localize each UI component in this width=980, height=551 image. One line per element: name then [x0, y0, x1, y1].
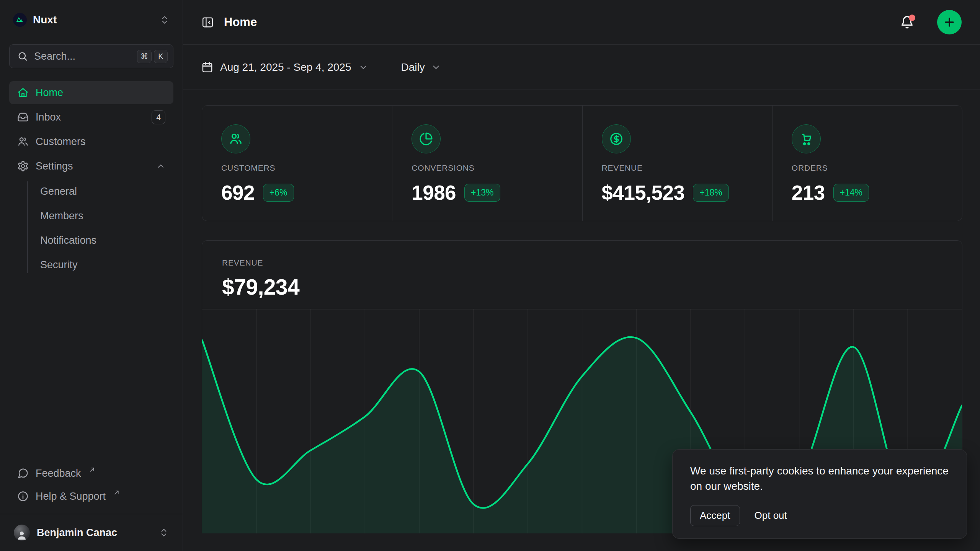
stat-label: ORDERS: [792, 163, 962, 173]
granularity-value: Daily: [401, 61, 425, 73]
sidebar-item-general[interactable]: General: [9, 179, 173, 204]
revenue-chart-label: REVENUE: [222, 258, 962, 267]
filter-bar: Aug 21, 2025 - Sep 4, 2025 Daily: [183, 45, 980, 90]
notifications-button[interactable]: [900, 15, 914, 29]
cart-icon: [792, 124, 821, 153]
plus-icon: [943, 16, 956, 28]
stat-value: 1986: [412, 181, 456, 204]
collapse-sidebar-button[interactable]: [201, 16, 214, 29]
search-placeholder: Search...: [34, 51, 131, 62]
gear-icon: [17, 160, 29, 172]
chevron-up-icon: [156, 161, 165, 171]
chevron-down-icon: [358, 62, 368, 72]
stat-card-orders[interactable]: ORDERS 213 +14%: [772, 106, 962, 221]
chevrons-up-down-icon: [159, 528, 169, 538]
stat-value: 692: [221, 181, 255, 204]
stat-delta-badge: +13%: [464, 184, 500, 202]
message-bubble-icon: [17, 468, 29, 479]
panel-left-icon: [201, 16, 214, 29]
sidebar-item-help-support[interactable]: Help & Support: [9, 485, 173, 508]
sidebar-item-feedback[interactable]: Feedback: [9, 462, 173, 485]
sidebar-item-home[interactable]: Home: [9, 81, 173, 104]
cookie-banner: We use first-party cookies to enhance yo…: [672, 449, 967, 539]
sidebar-item-security[interactable]: Security: [9, 253, 173, 277]
avatar: [14, 525, 30, 541]
nuxt-logo-icon: [13, 13, 27, 27]
inbox-icon: [17, 111, 29, 123]
sidebar-item-customers[interactable]: Customers: [9, 130, 173, 153]
users-icon: [17, 136, 29, 147]
user-name: Benjamin Canac: [37, 527, 152, 539]
search-input[interactable]: Search... ⌘ K: [9, 44, 173, 68]
home-icon: [17, 87, 29, 98]
chevrons-up-down-icon: [160, 15, 170, 25]
sidebar: Nuxt Search... ⌘ K Home: [0, 0, 183, 551]
revenue-chart-value: $79,234: [222, 274, 962, 300]
stat-card-revenue[interactable]: REVENUE $415,523 +18%: [582, 106, 772, 221]
dashboard-page: Nuxt Search... ⌘ K Home: [0, 0, 980, 551]
stat-card-conversions[interactable]: CONVERSIONS 1986 +13%: [392, 106, 582, 221]
sidebar-item-label: Inbox: [36, 111, 61, 123]
add-button[interactable]: [937, 10, 962, 34]
users-icon: [221, 124, 250, 153]
stat-delta-badge: +14%: [833, 184, 869, 202]
info-circle-icon: [17, 491, 29, 502]
stat-value: 213: [792, 181, 825, 204]
kbd-cmd: ⌘: [137, 50, 152, 63]
kbd-k: K: [154, 50, 168, 63]
stat-card-customers[interactable]: CUSTOMERS 692 +6%: [202, 106, 392, 221]
search-shortcut: ⌘ K: [137, 50, 168, 63]
calendar-icon: [201, 61, 213, 73]
external-link-icon: [113, 489, 120, 496]
sidebar-footer: Benjamin Canac: [0, 514, 183, 551]
stat-delta-badge: +6%: [263, 184, 294, 202]
search-icon: [17, 51, 28, 62]
settings-sub-list: General Members Notifications Security: [9, 179, 173, 277]
accept-button[interactable]: Accept: [690, 505, 740, 526]
workspace-switcher[interactable]: Nuxt: [9, 11, 173, 29]
sidebar-item-members[interactable]: Members: [9, 204, 173, 228]
sidebar-item-label: Customers: [36, 136, 86, 148]
sidebar-item-settings[interactable]: Settings: [9, 155, 173, 178]
stat-label: CONVERSIONS: [412, 163, 582, 173]
notification-dot: [909, 15, 915, 21]
date-range-picker[interactable]: Aug 21, 2025 - Sep 4, 2025: [201, 61, 368, 73]
sidebar-item-label: Settings: [36, 160, 73, 172]
page-title: Home: [224, 15, 890, 29]
inbox-count-badge: 4: [152, 110, 165, 124]
granularity-select[interactable]: Daily: [401, 61, 441, 73]
brand-name: Nuxt: [33, 14, 154, 26]
sidebar-item-label: Help & Support: [36, 491, 106, 502]
stat-label: CUSTOMERS: [221, 163, 392, 173]
opt-out-button[interactable]: Opt out: [755, 510, 787, 522]
external-link-icon: [89, 466, 95, 473]
chevron-down-icon: [431, 62, 441, 72]
sidebar-item-label: Home: [36, 87, 63, 99]
sidebar-item-inbox[interactable]: Inbox 4: [9, 106, 173, 129]
user-menu[interactable]: Benjamin Canac: [9, 519, 173, 546]
stat-label: REVENUE: [602, 163, 772, 173]
pie-chart-icon: [412, 124, 441, 153]
stats-row: CUSTOMERS 692 +6% CONVERSIONS 1986 +13%: [202, 105, 962, 221]
sidebar-item-label: Feedback: [36, 468, 81, 479]
stat-delta-badge: +18%: [693, 184, 728, 202]
topbar: Home: [183, 0, 980, 45]
cookie-message: We use first-party cookies to enhance yo…: [690, 463, 949, 494]
circle-dollar-icon: [602, 124, 631, 153]
sidebar-item-notifications[interactable]: Notifications: [9, 228, 173, 253]
sidebar-nav: Home Inbox 4 Customers Settings: [9, 81, 173, 277]
stat-value: $415,523: [602, 181, 685, 204]
date-range-value: Aug 21, 2025 - Sep 4, 2025: [220, 61, 351, 73]
